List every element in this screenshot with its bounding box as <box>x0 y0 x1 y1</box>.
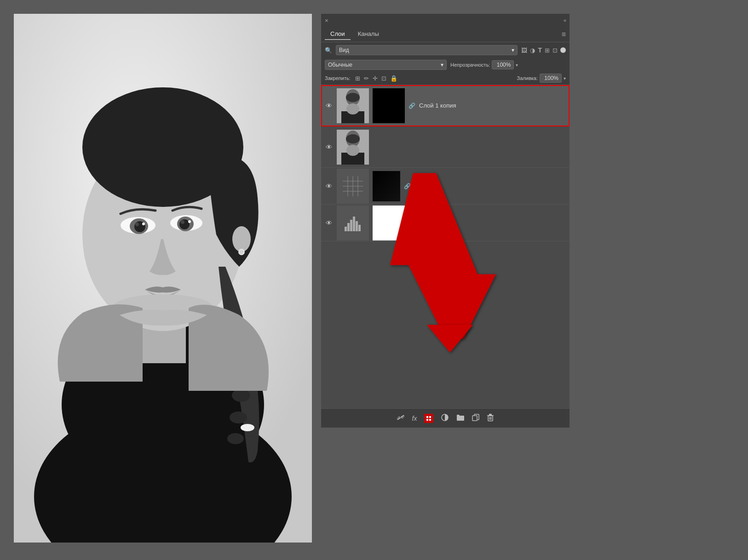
filter-shape-icon[interactable]: ⊞ <box>545 47 550 54</box>
panel-titlebar: × « <box>321 14 570 27</box>
layer-fx-button[interactable]: fx <box>412 415 417 422</box>
filter-icons: 🖼 ◑ T ⊞ ⊡ <box>521 46 566 54</box>
svg-point-14 <box>232 226 251 252</box>
blend-dropdown-arrow: ▾ <box>441 62 443 68</box>
opacity-row: Непрозрачность: 100% ▾ <box>450 60 566 69</box>
layer-mask-copy <box>373 88 405 123</box>
svg-rect-51 <box>358 225 361 231</box>
layer-mask-levels <box>373 206 405 240</box>
layer-item-copy[interactable]: 👁 🔗 Слой 1 копия <box>321 85 570 126</box>
svg-point-24 <box>179 219 190 229</box>
layer-eye-1[interactable]: 👁 <box>325 143 333 151</box>
layer-link-curves[interactable]: 🔗 <box>404 183 411 189</box>
blend-mode-dropdown[interactable]: Обычные ▾ <box>325 60 447 70</box>
layer-name-copy: Слой 1 копия <box>419 102 566 109</box>
opacity-dropdown-arrow[interactable]: ▾ <box>516 63 518 68</box>
lock-crop-icon[interactable]: ⊡ <box>381 75 386 82</box>
layer-thumb-1 <box>337 130 369 165</box>
panel-close-button[interactable]: × <box>325 17 328 24</box>
lock-all-icon[interactable]: 🔒 <box>390 75 397 82</box>
layer-item-levels[interactable]: 👁 🔗 Уровни <box>321 205 570 241</box>
layer-eye-levels[interactable]: 👁 <box>325 219 333 227</box>
tabs-row: Слои Каналы ≡ <box>321 27 570 42</box>
svg-point-12 <box>227 433 244 444</box>
svg-rect-48 <box>350 220 352 231</box>
svg-point-26 <box>188 220 191 223</box>
svg-point-16 <box>240 250 243 254</box>
layer-eye-curves[interactable]: 👁 <box>325 183 333 190</box>
svg-point-32 <box>346 103 359 114</box>
tab-layers[interactable]: Слои <box>325 29 351 40</box>
panel-toolbar: fx <box>321 408 570 428</box>
layers-list: 👁 🔗 Слой 1 копия <box>321 85 570 408</box>
delete-layer-button[interactable] <box>487 413 494 423</box>
filter-row: 🔍 Вид ▾ 🖼 ◑ T ⊞ ⊡ <box>321 42 570 58</box>
layer-item-1[interactable]: 👁 <box>321 126 570 168</box>
opacity-input[interactable]: 100% <box>492 60 514 69</box>
main-area: × « Слои Каналы ≡ 🔍 Вид ▾ 🖼 ◑ T ⊞ <box>0 0 748 560</box>
filter-circle-icon[interactable]: ◑ <box>530 47 535 54</box>
panel-collapse-button[interactable]: « <box>564 17 566 23</box>
photo-canvas <box>14 14 312 543</box>
layer-eye-copy[interactable]: 👁 <box>325 102 333 109</box>
layer-link-copy[interactable]: 🔗 <box>409 103 415 109</box>
svg-point-21 <box>142 223 145 225</box>
filter-dropdown-arrow: ▾ <box>512 47 514 53</box>
svg-point-10 <box>232 389 250 402</box>
fill-dropdown-arrow[interactable]: ▾ <box>564 76 566 81</box>
svg-rect-49 <box>353 217 355 231</box>
svg-rect-46 <box>345 227 347 231</box>
search-icon: 🔍 <box>325 47 332 54</box>
blend-row: Обычные ▾ Непрозрачность: 100% ▾ <box>321 58 570 72</box>
svg-point-20 <box>135 223 139 226</box>
svg-point-37 <box>346 145 359 156</box>
lock-move-icon[interactable]: ✛ <box>373 75 378 82</box>
svg-point-35 <box>346 134 360 143</box>
svg-point-11 <box>230 411 247 423</box>
svg-point-13 <box>241 424 254 431</box>
filter-text-icon[interactable]: T <box>538 46 542 54</box>
portrait-svg <box>14 14 312 543</box>
duplicate-layer-button[interactable] <box>472 414 479 423</box>
fill-input[interactable]: 100% <box>540 74 562 83</box>
layer-mask-curves <box>373 171 400 201</box>
new-adjustment-layer-button[interactable] <box>424 414 433 423</box>
link-layers-button[interactable] <box>397 413 405 423</box>
tab-channels[interactable]: Каналы <box>352 29 385 40</box>
add-mask-button[interactable] <box>441 413 449 423</box>
lock-pixels-icon[interactable]: ✏ <box>364 75 369 82</box>
filter-label: Вид <box>339 47 349 53</box>
tabs-left: Слои Каналы <box>325 29 385 40</box>
svg-rect-58 <box>429 419 431 421</box>
new-group-button[interactable] <box>456 414 465 423</box>
photo-background <box>14 14 312 543</box>
filter-dropdown[interactable]: Вид ▾ <box>336 45 518 55</box>
svg-rect-47 <box>347 223 350 231</box>
svg-line-54 <box>399 416 402 418</box>
lock-label: Закрепить: <box>325 75 351 81</box>
layer-thumb-copy <box>337 88 369 123</box>
layer-name-levels: Уровни 1 <box>419 219 566 226</box>
svg-point-25 <box>181 220 184 224</box>
lock-transparency-icon[interactable]: ⊞ <box>355 75 360 82</box>
layer-item-curves[interactable]: 👁 🔗 ивые 2 <box>321 168 570 205</box>
blend-mode-label: Обычные <box>328 62 352 68</box>
lock-icons: ⊞ ✏ ✛ ⊡ 🔒 <box>355 75 397 82</box>
filter-smart-icon[interactable]: ⊡ <box>552 47 558 54</box>
fill-row: Заливка: 100% ▾ <box>517 74 566 83</box>
layers-panel: × « Слои Каналы ≡ 🔍 Вид ▾ 🖼 ◑ T ⊞ <box>321 14 570 428</box>
lock-row: Закрепить: ⊞ ✏ ✛ ⊡ 🔒 Заливка: 100% ▾ <box>321 72 570 85</box>
svg-rect-60 <box>472 416 477 421</box>
filter-toggle-circle[interactable] <box>560 47 566 53</box>
svg-rect-57 <box>426 419 428 421</box>
svg-rect-56 <box>429 416 431 418</box>
svg-point-30 <box>346 93 360 102</box>
svg-rect-55 <box>426 416 428 418</box>
svg-marker-53 <box>427 325 473 353</box>
filter-image-icon[interactable]: 🖼 <box>521 47 527 54</box>
panel-menu-icon[interactable]: ≡ <box>562 30 566 39</box>
layer-adj-icon-levels <box>337 206 369 240</box>
layer-adj-icon-curves <box>337 169 369 204</box>
layer-link-levels[interactable]: 🔗 <box>409 220 415 226</box>
svg-rect-50 <box>356 221 358 231</box>
